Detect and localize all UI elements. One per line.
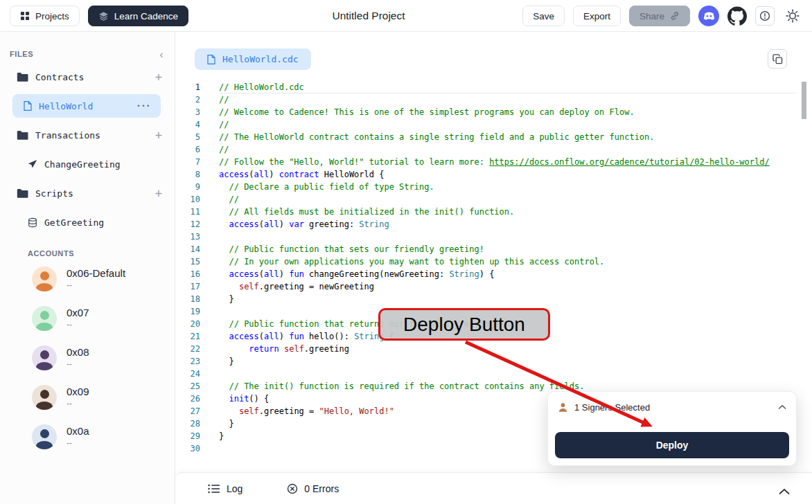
folder-scripts[interactable]: Scripts + [0, 179, 175, 208]
database-icon [28, 217, 37, 228]
chevron-up-icon[interactable] [778, 404, 786, 410]
tab-helloworld-cdc[interactable]: HelloWorld.cdc [195, 48, 311, 70]
file-item-changegreeting[interactable]: ChangeGreeting [0, 150, 175, 179]
log-label: Log [227, 483, 242, 494]
folder-transactions[interactable]: Transactions + [0, 120, 175, 150]
file-label: ChangeGreeting [44, 159, 121, 170]
code-link[interactable]: https://docs.onflow.org/cadence/tutorial… [489, 157, 770, 167]
learn-cadence-label: Learn Cadence [114, 11, 178, 21]
code-line[interactable]: // HelloWorld.cdc [219, 81, 805, 93]
deploy-button[interactable]: Deploy [555, 432, 789, 458]
signers-selector[interactable]: 1 Signers Selected [548, 392, 796, 422]
code-line[interactable]: access(all) var greeting: String [219, 218, 805, 231]
file-icon [207, 55, 215, 64]
signers-label: 1 Signers Selected [574, 402, 650, 413]
code-line[interactable]: self.greeting = newGreeting [219, 280, 805, 293]
code-line[interactable]: access(all) fun changeGreeting(newGreeti… [219, 268, 805, 280]
line-number: 11 [175, 206, 200, 218]
line-number: 28 [175, 417, 200, 430]
info-button[interactable] [755, 6, 775, 26]
account-row[interactable]: 0x06-Default-- [0, 259, 175, 298]
code-line[interactable]: // Welcome to Cadence! This is one of th… [219, 106, 805, 118]
code-line[interactable]: // The HelloWorld contract contains a si… [219, 131, 805, 143]
accounts-label: ACCOUNTS [28, 249, 74, 258]
code-line[interactable]: } [219, 293, 805, 305]
grid-icon [20, 11, 30, 21]
line-number: 21 [175, 330, 200, 343]
save-label: Save [533, 11, 554, 21]
copy-icon [773, 54, 783, 64]
line-number: 6 [175, 143, 200, 156]
folder-icon [17, 72, 28, 82]
add-transaction-button[interactable]: + [155, 129, 162, 141]
code-line[interactable]: access(all) fun hello(): String { [219, 330, 805, 343]
code-line[interactable] [219, 368, 805, 380]
contract-file-icon [24, 101, 32, 111]
line-number: 10 [175, 193, 200, 206]
save-button[interactable]: Save [522, 6, 565, 26]
line-number: 17 [175, 280, 200, 293]
code-line[interactable]: // [219, 143, 805, 156]
expand-log-button[interactable] [779, 485, 790, 498]
line-number: 15 [175, 255, 200, 268]
accounts-list: 0x06-Default--0x07--0x08--0x09--0x0a-- [0, 259, 175, 456]
flow-playground-app: Projects Learn Cadence Untitled Project … [0, 0, 812, 504]
code-line[interactable]: // Follow the "Hello, World!" tutorial t… [219, 156, 805, 168]
line-number: 5 [175, 131, 200, 143]
discord-icon[interactable] [698, 6, 719, 26]
code-line[interactable]: // [219, 118, 805, 131]
share-button[interactable]: Share [629, 6, 690, 26]
learn-cadence-button[interactable]: Learn Cadence [88, 6, 188, 26]
account-row[interactable]: 0x07-- [0, 298, 175, 338]
export-label: Export [583, 11, 610, 21]
code-line[interactable]: // Public function that returns our frie… [219, 318, 805, 330]
folder-icon [17, 188, 28, 199]
file-menu-icon[interactable]: ••• [136, 102, 151, 109]
code-line[interactable] [219, 231, 805, 243]
account-row[interactable]: 0x09-- [0, 377, 175, 417]
code-line[interactable]: // Declare a public field of type String… [219, 181, 805, 193]
projects-button[interactable]: Projects [10, 6, 80, 26]
errors-label: 0 Errors [304, 483, 339, 494]
send-icon [28, 159, 37, 169]
code-line[interactable]: return self.greeting [219, 343, 805, 355]
layers-icon [98, 11, 109, 21]
folder-contracts[interactable]: Contracts + [0, 62, 175, 91]
copy-code-button[interactable] [768, 49, 787, 69]
theme-toggle-button[interactable] [783, 6, 802, 26]
share-label: Share [639, 11, 664, 21]
code-line[interactable]: // Public function that sets our friendl… [219, 243, 805, 255]
code-line[interactable]: // All fields must be initialized in the… [219, 206, 805, 218]
editor-scrollbar[interactable] [802, 82, 806, 119]
line-number: 1 [175, 81, 200, 93]
collapse-sidebar-icon[interactable]: ‹ [159, 48, 164, 60]
page-title: Untitled Project [332, 10, 405, 22]
account-address: 0x0a [67, 425, 89, 437]
add-contract-button[interactable]: + [155, 71, 162, 83]
log-tab[interactable]: Log [208, 483, 242, 494]
folder-label: Transactions [35, 130, 100, 141]
code-line[interactable] [219, 305, 805, 318]
code-line[interactable]: access(all) contract HelloWorld { [219, 168, 805, 181]
line-number: 9 [175, 181, 200, 193]
account-row[interactable]: 0x08-- [0, 338, 175, 377]
line-number: 23 [175, 355, 200, 368]
code-line[interactable]: // [219, 193, 805, 206]
errors-tab[interactable]: 0 Errors [287, 483, 339, 494]
editor-panel: HelloWorld.cdc 1234567891011121314151617… [175, 32, 812, 504]
code-line[interactable]: // [219, 93, 805, 106]
code-line[interactable]: } [219, 355, 805, 368]
export-button[interactable]: Export [573, 6, 621, 26]
account-row[interactable]: 0x0a-- [0, 417, 175, 456]
account-deployed-status: -- [67, 399, 89, 408]
file-item-helloworld[interactable]: HelloWorld ••• [12, 94, 161, 118]
file-item-getgreeting[interactable]: GetGreeting [0, 208, 175, 237]
account-address: 0x07 [67, 307, 89, 318]
line-number: 19 [175, 305, 200, 318]
code-line[interactable]: // In your own applications you may want… [219, 255, 805, 268]
line-number: 30 [175, 442, 200, 455]
add-script-button[interactable]: + [155, 188, 162, 199]
account-deployed-status: -- [67, 438, 89, 448]
github-icon[interactable] [727, 6, 747, 26]
account-deployed-status: -- [67, 320, 89, 330]
